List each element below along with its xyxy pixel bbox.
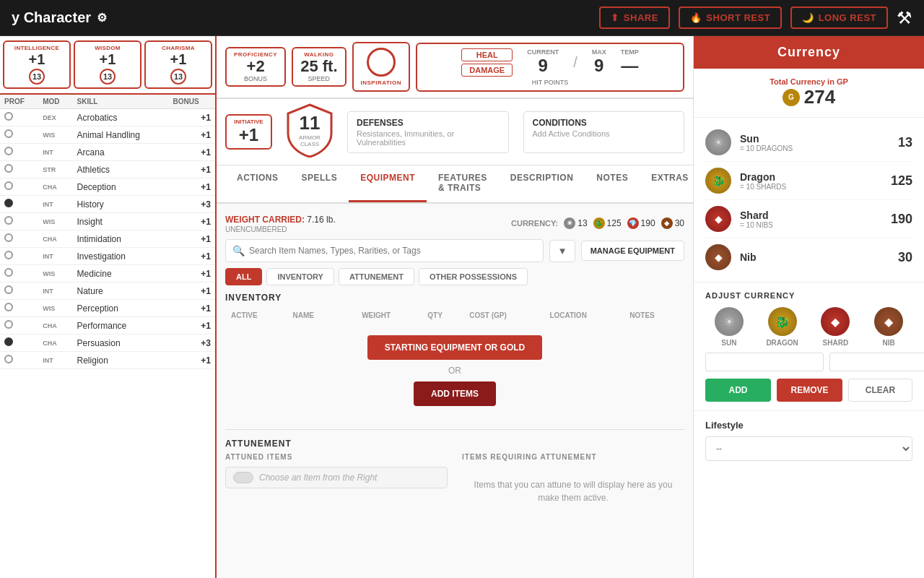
lifestyle-select[interactable]: -- <box>705 436 912 461</box>
filter-all-button[interactable]: ALL <box>225 268 262 285</box>
col-skill: SKILL <box>73 95 169 109</box>
sun-input[interactable] <box>705 353 824 371</box>
sun-row: ☀ Sun = 10 DRAGONS 13 <box>705 124 912 162</box>
col-prof: PROF <box>0 95 38 109</box>
clear-currency-button[interactable]: CLEAR <box>848 379 912 402</box>
skill-row: INT Arcana +1 <box>0 144 215 161</box>
tab-extras[interactable]: EXTRAS <box>640 165 693 202</box>
search-icon: 🔍 <box>232 245 245 256</box>
adjust-sun-icon: ☀ <box>715 307 744 336</box>
skill-row: CHA Performance +1 <box>0 317 215 335</box>
tab-features[interactable]: FEATURES & TRAITS <box>427 165 499 202</box>
inventory-section: INVENTORY ACTIVE NAME WEIGHT QTY COST (G… <box>225 293 684 418</box>
tab-actions[interactable]: ACTIONS <box>225 165 290 202</box>
skill-row: WIS Animal Handling +1 <box>0 126 215 144</box>
tab-description[interactable]: DESCRIPTION <box>499 165 585 202</box>
proficiency-widget: PROFICIENCY +2 BONUS <box>225 47 286 87</box>
manage-equipment-button[interactable]: MANAGE EQUIPMENT <box>581 241 684 261</box>
currency-display: CURRENCY: ☀ 13 🐉 125 💎 190 ◆ <box>511 217 684 229</box>
short-rest-button[interactable]: 🔥 SHORT REST <box>679 7 782 29</box>
share-icon: ⬆ <box>611 12 619 23</box>
moon-icon: 🌙 <box>802 12 814 23</box>
dragon-row: 🐉 Dragon = 10 SHARDS 125 <box>705 162 912 200</box>
proficiency-dot <box>4 268 13 277</box>
adjust-shard-col: ◆ SHARD <box>812 307 860 347</box>
skill-row: STR Athletics +1 <box>0 161 215 178</box>
remove-currency-button[interactable]: REMOVE <box>777 379 842 402</box>
adjust-nib-col: ◆ NIB <box>865 307 912 347</box>
item-search-input[interactable] <box>225 239 544 262</box>
shard-currency: 💎 190 <box>627 217 655 229</box>
currency-panel: Currency Total Currency in GP G 274 ☀ Su… <box>693 36 924 578</box>
damage-button[interactable]: DAMAGE <box>461 64 513 77</box>
conditions-section: CONDITIONS Add Active Conditions <box>523 111 685 153</box>
center-content: PROFICIENCY +2 BONUS WALKING 25 ft. SPEE… <box>217 36 693 578</box>
stats-bar: PROFICIENCY +2 BONUS WALKING 25 ft. SPEE… <box>217 36 693 99</box>
proficiency-dot <box>4 285 13 294</box>
adjust-sun-col: ☀ SUN <box>705 307 753 347</box>
weight-info: WEIGHT CARRIED: 7.16 lb. UNENCUMBERED <box>225 212 336 233</box>
filter-attunement-button[interactable]: ATTUNEMENT <box>339 268 414 285</box>
skill-row: INT Investigation +1 <box>0 248 215 265</box>
shard-currency-icon: ◆ <box>705 206 731 232</box>
nib-row: ◆ Nib 30 <box>705 238 912 276</box>
filter-tabs: ALL INVENTORY ATTUNEMENT OTHER POSSESSIO… <box>225 268 684 285</box>
proficiency-dot <box>4 164 13 173</box>
filter-button[interactable]: ▼ <box>549 240 575 262</box>
equipment-panel: WEIGHT CARRIED: 7.16 lb. UNENCUMBERED CU… <box>217 204 693 578</box>
dragon-input[interactable] <box>829 353 924 371</box>
heal-button[interactable]: HEAL <box>461 48 513 61</box>
search-input-wrap: 🔍 <box>225 239 544 262</box>
filter-inventory-button[interactable]: INVENTORY <box>266 268 334 285</box>
anvil-icon[interactable]: ⚒ <box>897 8 912 28</box>
speed-widget: WALKING 25 ft. SPEED <box>292 47 346 87</box>
tab-notes[interactable]: NOTES <box>585 165 640 202</box>
currency-list: ☀ Sun = 10 DRAGONS 13 🐉 Dragon = 10 SHAR… <box>694 118 924 282</box>
search-bar-row: 🔍 ▼ MANAGE EQUIPMENT <box>225 239 684 262</box>
start-equipment-button[interactable]: STARTING EQUIPMENT OR GOLD <box>367 335 542 360</box>
lifestyle-section: Lifestyle -- <box>694 411 924 470</box>
armor-class-widget: 11 ARMORCLASS <box>281 103 339 160</box>
wisdom-stat: WISDOM +1 13 <box>74 40 141 89</box>
max-hp-group: MAX 9 <box>592 48 606 76</box>
add-currency-button[interactable]: ADD <box>705 379 771 402</box>
adjust-dragon-col: 🐉 DRAGON <box>759 307 806 347</box>
proficiency-dot <box>4 233 13 242</box>
attunement-toggle[interactable] <box>233 472 253 483</box>
sun-icon: ☀ <box>564 217 575 229</box>
hp-buttons: HEAL DAMAGE <box>461 48 513 77</box>
requiring-column: ITEMS REQUIRING ATTUNEMENT Items that yo… <box>462 453 684 516</box>
skill-row: DEX Acrobatics +1 <box>0 109 215 126</box>
ability-scores-row: INTELLIGENCE +1 13 WISDOM +1 13 CHARISMA… <box>0 36 215 95</box>
tab-spells[interactable]: SPELLS <box>290 165 349 202</box>
inventory-table: ACTIVE NAME WEIGHT QTY COST (GP) LOCATIO… <box>225 307 684 324</box>
title-text: y Character <box>12 9 91 26</box>
sun-currency-icon: ☀ <box>705 129 731 155</box>
attunement-layout: ATTUNED ITEMS Choose an Item from the Ri… <box>225 453 684 516</box>
proficiency-dot <box>4 355 13 363</box>
dragon-icon: 🐉 <box>593 217 605 229</box>
adjust-inputs-row <box>705 353 912 371</box>
skill-row: INT Religion +1 <box>0 352 215 369</box>
defenses-section: DEFENSES Resistances, Immunities, or Vul… <box>347 111 509 153</box>
tab-equipment[interactable]: EQUIPMENT <box>349 165 427 202</box>
proficiency-dot <box>4 181 13 190</box>
app-header: y Character ⚙ ⬆ SHARE 🔥 SHORT REST 🌙 LON… <box>0 0 924 36</box>
requiring-empty-message: Items that you can attune to will displa… <box>462 467 684 516</box>
proficiency-dot <box>4 216 13 225</box>
fire-icon: 🔥 <box>690 12 702 23</box>
add-items-button[interactable]: ADD ITEMS <box>414 381 496 406</box>
defenses-conditions: DEFENSES Resistances, Immunities, or Vul… <box>347 111 684 153</box>
inspiration-circle[interactable] <box>367 48 396 77</box>
nib-currency: ◆ 30 <box>661 217 684 229</box>
dragon-currency: 🐉 125 <box>593 217 622 229</box>
skill-row: CHA Deception +1 <box>0 178 215 196</box>
shard-row: ◆ Shard = 10 NIBS 190 <box>705 200 912 238</box>
filter-other-button[interactable]: OTHER POSSESSIONS <box>419 268 528 285</box>
skill-row: INT History +3 <box>0 196 215 213</box>
long-rest-button[interactable]: 🌙 LONG REST <box>790 7 888 29</box>
dragon-currency-icon: 🐉 <box>705 168 731 194</box>
share-button[interactable]: ⬆ SHARE <box>599 7 670 29</box>
shard-icon: 💎 <box>627 217 639 229</box>
settings-icon[interactable]: ⚙ <box>97 11 107 25</box>
